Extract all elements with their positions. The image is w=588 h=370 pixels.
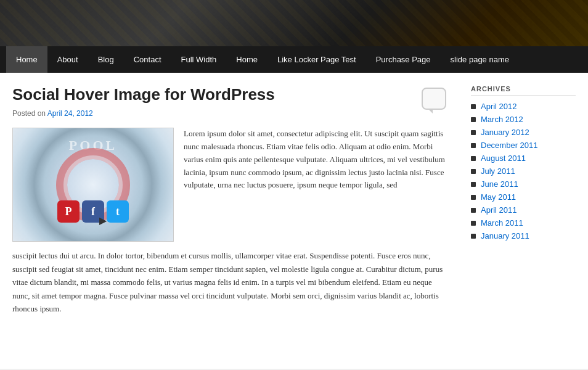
archive-link[interactable]: April 2012 <box>481 102 517 111</box>
list-bullet <box>471 195 476 200</box>
list-bullet <box>471 143 476 148</box>
nav-item-about[interactable]: About <box>47 46 88 73</box>
pinterest-icon[interactable]: P <box>57 200 80 223</box>
list-bullet <box>471 221 476 226</box>
list-bullet <box>471 104 476 109</box>
site-body: Social Hover Image for WordPress Posted … <box>0 73 588 369</box>
nav-item-blog[interactable]: Blog <box>88 46 124 73</box>
post-meta-label: Posted on <box>12 109 46 118</box>
archive-link[interactable]: July 2011 <box>481 166 515 176</box>
archives-list: April 2012 March 2012 January 2012 Decem… <box>471 102 576 240</box>
post-image-bg: POOL P f t ▶ <box>13 128 173 241</box>
site-header <box>0 0 588 46</box>
post-meta: Posted on April 24, 2012 <box>12 109 446 118</box>
nav-item-home2[interactable]: Home <box>226 46 267 73</box>
nav-item-likelocker[interactable]: Like Locker Page Test <box>267 46 366 73</box>
post-date-link[interactable]: April 24, 2012 <box>47 109 93 118</box>
list-item: December 2011 <box>471 141 576 150</box>
list-item: April 2012 <box>471 102 576 111</box>
list-item: July 2011 <box>471 166 576 176</box>
post-body-full: suscipit lectus dui ut arcu. In dolor to… <box>12 249 446 315</box>
archive-link[interactable]: March 2011 <box>481 218 523 228</box>
list-item: June 2011 <box>471 179 576 189</box>
list-item: January 2011 <box>471 231 576 240</box>
post-image: POOL P f t ▶ <box>12 128 174 242</box>
post-text-partial: Lorem ipsum dolor sit amet, consectetur … <box>184 128 446 242</box>
archive-link[interactable]: April 2011 <box>481 205 517 215</box>
list-bullet <box>471 182 476 187</box>
list-item: May 2011 <box>471 192 576 202</box>
main-content: Social Hover Image for WordPress Posted … <box>12 85 465 356</box>
nav-item-slide[interactable]: slide page name <box>441 46 519 73</box>
list-bullet <box>471 117 476 122</box>
nav-bar: Home About Blog Contact Full Width Home … <box>0 46 588 73</box>
archives-title: ARCHIVES <box>471 85 576 96</box>
list-item: April 2011 <box>471 205 576 215</box>
post-content-top: POOL P f t ▶ Lorem ipsum dolor sit amet,… <box>12 128 446 242</box>
nav-item-purchase[interactable]: Purchase Page <box>366 46 441 73</box>
post-title: Social Hover Image for WordPress <box>12 85 446 104</box>
list-item: January 2012 <box>471 128 576 137</box>
sidebar: ARCHIVES April 2012 March 2012 January 2… <box>465 85 576 356</box>
archive-link[interactable]: January 2012 <box>481 128 529 137</box>
nav-item-fullwidth[interactable]: Full Width <box>171 46 227 73</box>
list-bullet <box>471 169 476 174</box>
list-bullet <box>471 156 476 161</box>
nav-item-contact[interactable]: Contact <box>124 46 171 73</box>
list-item: August 2011 <box>471 154 576 163</box>
nav-item-home[interactable]: Home <box>6 46 47 73</box>
archive-link[interactable]: January 2011 <box>481 231 529 240</box>
archive-link[interactable]: August 2011 <box>481 154 526 163</box>
twitter-icon[interactable]: t <box>107 200 129 223</box>
archive-link[interactable]: June 2011 <box>481 179 518 189</box>
archive-link[interactable]: May 2011 <box>481 192 516 202</box>
archive-link[interactable]: December 2011 <box>481 141 538 150</box>
list-bullet <box>471 130 476 135</box>
chat-bubble-icon <box>422 88 446 110</box>
list-item: March 2011 <box>471 218 576 228</box>
list-item: March 2012 <box>471 115 576 124</box>
cursor-indicator: ▶ <box>99 215 107 226</box>
list-bullet <box>471 208 476 213</box>
list-bullet <box>471 234 476 239</box>
social-icons-overlay: P f t <box>57 200 129 223</box>
archive-link[interactable]: March 2012 <box>481 115 523 124</box>
nav-inner: Home About Blog Contact Full Width Home … <box>0 46 588 73</box>
